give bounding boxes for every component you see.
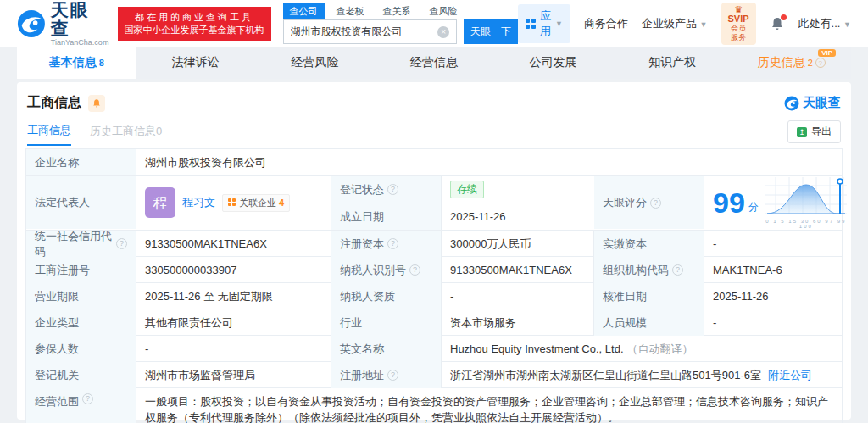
search-tab-risk[interactable]: 查风险 <box>423 3 465 19</box>
nearby-companies-link[interactable]: 附近公司 <box>768 368 812 383</box>
logo-swirl-icon <box>784 96 799 111</box>
legal-rep-link[interactable]: 程习文 <box>182 195 215 210</box>
clear-search-icon[interactable]: × <box>437 26 449 38</box>
apps-menu[interactable]: 应用 ▼ <box>518 4 570 43</box>
search-input[interactable] <box>284 26 438 38</box>
tab-label: 经营信息 <box>410 55 458 70</box>
paid-capital-value: - <box>704 231 842 257</box>
search-tab-relation[interactable]: 查关系 <box>376 3 418 19</box>
notification-dot <box>781 14 787 20</box>
related-grid-icon <box>228 198 236 207</box>
table-row: 营业期限 2025-11-26 至 无固定期限 纳税人资质 - 核准日期 202… <box>26 283 842 309</box>
export-button[interactable]: 导出 <box>787 120 841 143</box>
related-label: 关联企业 <box>239 197 276 209</box>
tianyancha-logo[interactable]: 天眼查 TianYanCha.com <box>17 1 109 47</box>
tab-business-info[interactable]: 经营信息 <box>375 47 494 79</box>
biz-scope-label: 经营范围 ? <box>26 388 136 423</box>
chart-axis-labels: 0 1 5 15 30 60 97 99 100 <box>765 219 847 229</box>
nav-more[interactable]: 此处有... ▼ <box>798 16 851 31</box>
tab-label: 公司发展 <box>530 55 577 70</box>
tab-company-development[interactable]: 公司发展 <box>493 47 613 79</box>
more-label: 此处有... <box>798 17 841 30</box>
tab-legal-proceedings[interactable]: 法律诉讼 <box>136 47 256 79</box>
staff-size-label: 人员规模 <box>594 309 704 336</box>
table-row: 工商注册号 330500000033907 纳税人识别号 ? 91330500M… <box>26 257 842 283</box>
paid-capital-label: 实缴资本 <box>594 231 704 257</box>
related-count: 4 <box>279 198 284 208</box>
notifications-button[interactable] <box>770 16 785 31</box>
caret-down-icon: ▼ <box>555 19 563 28</box>
score-number: 99 <box>713 186 745 220</box>
search-button[interactable]: 天眼一下 <box>464 19 518 44</box>
search-tab-company[interactable]: 查公司 <box>283 3 325 19</box>
svip-membership-button[interactable]: ♛ SVIP 会员服务 <box>721 3 756 45</box>
search-area: 查公司 查老板 查关系 查风险 × 天眼一下 <box>283 3 519 44</box>
subscribe-bell-button[interactable] <box>88 95 105 112</box>
company-type-label: 企业类型 <box>26 309 136 336</box>
reg-address-label: 注册地址 ? <box>331 362 442 388</box>
slogan-line1: 都在用的商业查询工具 <box>125 11 264 24</box>
establish-date-label: 成立日期 <box>331 203 442 230</box>
help-icon[interactable]: ? <box>387 370 398 381</box>
legal-rep-label: 法定代表人 <box>26 176 136 229</box>
subtab-history-business-info[interactable]: 历史工商信息0 <box>90 124 162 145</box>
table-row: 经营范围 ? 一般项目：股权投资；以自有资金从事投资活动；自有资金投资的资产管理… <box>26 388 842 423</box>
caret-down-icon: ▼ <box>700 20 708 29</box>
label-text: 经营范围 <box>35 393 79 409</box>
section-title: 工商信息 <box>27 94 81 112</box>
tab-intellectual-property[interactable]: 知识产权 <box>613 47 732 79</box>
related-companies-badge[interactable]: 关联企业 4 <box>222 194 290 212</box>
help-icon[interactable]: ? <box>672 264 683 276</box>
company-type-value: 其他有限责任公司 <box>136 309 331 336</box>
establish-date-value: 2025-11-26 <box>442 203 594 230</box>
score-unit: 分 <box>748 200 759 214</box>
table-row: 企业名称 湖州市股权投资有限公司 <box>26 149 842 176</box>
credit-code-value: 91330500MAK1TNEA6X <box>136 231 331 257</box>
search-tab-boss[interactable]: 查老板 <box>330 3 371 19</box>
nav-business-coop[interactable]: 商务合作 <box>584 16 628 31</box>
caret-down-icon: ▼ <box>843 20 851 29</box>
help-icon[interactable]: ? <box>815 58 826 68</box>
english-name-label: 英文名称 <box>331 336 442 362</box>
avatar[interactable]: 程 <box>145 187 175 218</box>
brand-domain: TianYanCha.com <box>51 38 109 47</box>
help-icon[interactable]: ? <box>116 238 127 249</box>
label-text: 纳税人识别号 <box>340 263 406 278</box>
tab-history-info[interactable]: 历史信息 2 ? VIP <box>732 47 851 79</box>
credit-code-label: 统一社会信用代码 ? <box>26 231 136 257</box>
table-row: 参保人数 - 英文名称 Huzhou Equity Investment Co.… <box>26 336 842 362</box>
subtab-business-info[interactable]: 工商信息 <box>27 123 71 146</box>
insured-count-label: 参保人数 <box>26 336 136 362</box>
business-info-card: 工商信息 天眼查 工商信息 历史工商信息0 导出 <box>17 82 851 420</box>
org-code-value: MAK1TNEA-6 <box>704 257 842 283</box>
tab-basic-info[interactable]: 基本信息 8 <box>17 47 136 79</box>
tab-label: 法律诉讼 <box>172 55 220 70</box>
help-icon[interactable]: ? <box>82 393 93 404</box>
tab-label: 经营风险 <box>291 55 338 70</box>
help-icon[interactable]: ? <box>387 184 398 195</box>
help-icon[interactable]: ? <box>387 238 398 249</box>
table-row: 登记机关 湖州市市场监督管理局 注册地址 ? 浙江省湖州市湖州南太湖新区仁皇山街… <box>26 362 842 388</box>
reg-authority-label: 登记机关 <box>26 362 136 388</box>
auto-translate-note: （自动翻译） <box>627 342 693 357</box>
tab-count: 8 <box>99 58 104 68</box>
export-label: 导出 <box>811 125 832 139</box>
help-icon[interactable]: ? <box>409 264 420 276</box>
reg-address-value: 浙江省湖州市湖州南太湖新区仁皇山街道仁皇山路501号901-6室 附近公司 <box>442 362 842 388</box>
vip-badge: VIP <box>818 49 836 57</box>
apps-label: 应用 <box>540 8 551 39</box>
approval-date-value: 2025-11-26 <box>704 283 842 309</box>
nav-enterprise-products[interactable]: 企业级产品 ▼ <box>642 16 708 31</box>
help-icon[interactable]: ? <box>650 198 661 209</box>
watermark-logo: 天眼查 <box>784 95 841 111</box>
taxpayer-quality-value: - <box>442 283 594 309</box>
export-excel-icon <box>797 127 807 137</box>
table-row: 企业类型 其他有限责任公司 行业 资本市场服务 人员规模 - <box>26 309 842 336</box>
industry-label: 行业 <box>331 309 442 336</box>
score-value[interactable]: 99 分 <box>704 176 855 229</box>
english-name-text: Huzhou Equity Investment Co., Ltd. <box>450 342 624 355</box>
taxpayer-id-value: 91330500MAK1TNEA6X <box>442 257 594 283</box>
label-text: 组织机构代码 <box>603 263 669 278</box>
brand-name: 天眼查 <box>51 1 109 38</box>
tab-operating-risk[interactable]: 经营风险 <box>255 47 375 79</box>
